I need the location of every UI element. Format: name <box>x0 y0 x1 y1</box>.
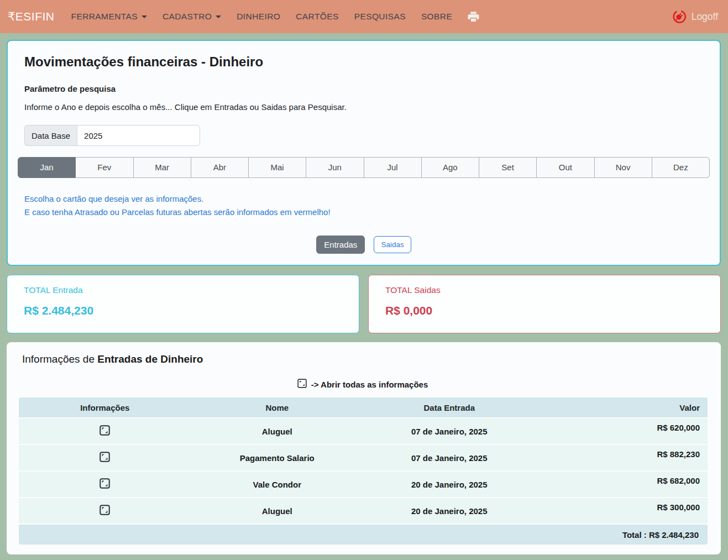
column-header-nome: Nome <box>191 397 364 418</box>
month-button-jan[interactable]: Jan <box>18 157 76 178</box>
param-subtitle: Parâmetro de pesquisa <box>24 84 710 93</box>
total-entrada-card: TOTAL Entrada R$ 2.484,230 <box>7 275 359 333</box>
nav-item-cartoes[interactable]: CARTÕES <box>296 12 338 22</box>
year-input-group: Data Base <box>24 125 200 146</box>
print-button[interactable] <box>468 11 479 23</box>
row-valor: R$ 300,000 <box>536 498 708 524</box>
row-valor: R$ 682,000 <box>536 471 708 498</box>
nav-item-cadastro[interactable]: CADASTRO <box>163 12 221 22</box>
open-info-button[interactable] <box>98 504 111 518</box>
table-row: Aluguel 20 de Janeiro, 2025 R$ 300,000 <box>19 498 708 524</box>
row-valor: R$ 620,000 <box>536 418 708 444</box>
window-icon <box>99 478 110 489</box>
entries-heading-prefix: Informações de <box>22 353 97 365</box>
total-entrada-value: R$ 2.484,230 <box>24 304 342 317</box>
column-header-data-entrada: Data Entrada <box>363 397 536 418</box>
total-entrada-label: TOTAL Entrada <box>24 285 342 295</box>
chevron-down-icon <box>142 15 147 18</box>
month-button-set[interactable]: Set <box>479 157 537 178</box>
entries-heading: Informações de Entradas de Dinheiro <box>22 353 710 365</box>
row-data-entrada: 20 de Janeiro, 2025 <box>363 471 536 498</box>
month-button-jun[interactable]: Jun <box>306 157 364 178</box>
open-info-button[interactable] <box>98 424 111 438</box>
month-button-jul[interactable]: Jul <box>364 157 422 178</box>
open-all-label: -> Abrir todas as informações <box>311 380 428 389</box>
nav-item-label: SOBRE <box>421 12 452 22</box>
row-info-cell <box>19 444 191 471</box>
open-info-button[interactable] <box>98 477 111 491</box>
row-info-cell <box>19 471 191 498</box>
open-info-button[interactable] <box>98 451 111 465</box>
nav-item-label: FERRAMENTAS <box>71 12 138 22</box>
table-row: Vale Condor 20 de Janeiro, 2025 R$ 682,0… <box>19 471 708 498</box>
window-icon <box>99 505 110 515</box>
month-button-nov[interactable]: Nov <box>595 157 652 178</box>
month-button-mar[interactable]: Mar <box>134 157 191 178</box>
table-footer-row: Total : R$ 2.484,230 <box>19 524 708 545</box>
entries-heading-bold: Entradas de Dinheiro <box>97 353 203 365</box>
table-header-row: Informações Nome Data Entrada Valor <box>19 397 708 418</box>
window-icon <box>99 452 110 462</box>
nav-item-label: CADASTRO <box>163 12 212 22</box>
info-notes: Escolha o cartão que deseja ver as infor… <box>24 192 710 219</box>
chevron-down-icon <box>216 15 221 18</box>
power-plug-icon <box>672 9 687 24</box>
year-label: Data Base <box>24 125 77 146</box>
table-row: Pagamento Salario 07 de Janeiro, 2025 R$… <box>19 444 708 471</box>
total-saidas-card: TOTAL Saidas R$ 0,000 <box>368 275 721 333</box>
row-data-entrada: 07 de Janeiro, 2025 <box>363 444 536 471</box>
printer-icon <box>468 11 479 23</box>
column-header-informacoes: Informações <box>19 397 191 418</box>
open-all-window-icon[interactable] <box>297 379 307 390</box>
row-nome: Pagamento Salario <box>191 444 364 471</box>
total-saidas-label: TOTAL Saidas <box>385 285 704 295</box>
year-input[interactable] <box>77 125 200 146</box>
entries-table: Informações Nome Data Entrada Valor <box>19 397 708 545</box>
entradas-button[interactable]: Entradas <box>316 235 365 254</box>
nav-item-dinheiro[interactable]: DINHEIRO <box>237 12 280 22</box>
search-panel: Movimentações financeiras - Dinheiro Par… <box>7 40 721 266</box>
nav-item-sobre[interactable]: SOBRE <box>421 12 452 22</box>
row-valor: R$ 882,230 <box>536 444 708 471</box>
instructions-text: Informe o Ano e depois escolha o mês... … <box>24 102 710 112</box>
brand-logo[interactable]: ₹ESIFIN <box>8 10 55 23</box>
table-row: Aluguel 07 de Janeiro, 2025 R$ 620,000 <box>19 418 708 444</box>
month-selector: Jan Fev Mar Abr Mai Jun Jul Ago Set Out … <box>18 157 710 178</box>
page-content: Movimentações financeiras - Dinheiro Par… <box>0 33 728 554</box>
action-buttons: Entradas Saidas <box>18 235 710 254</box>
nav-item-ferramentas[interactable]: FERRAMENTAS <box>71 12 147 22</box>
nav-item-label: DINHEIRO <box>237 12 280 22</box>
month-button-dez[interactable]: Dez <box>652 157 710 178</box>
entries-section: Informações de Entradas de Dinheiro -> A… <box>7 342 721 554</box>
month-button-abr[interactable]: Abr <box>191 157 249 178</box>
totals-row: TOTAL Entrada R$ 2.484,230 TOTAL Saidas … <box>7 275 721 333</box>
nav-item-label: PESQUISAS <box>354 12 406 22</box>
month-button-ago[interactable]: Ago <box>422 157 479 178</box>
note-line-2: E caso tenha Atrasado ou Parcelas futura… <box>24 206 710 219</box>
navbar: ₹ESIFIN FERRAMENTAS CADASTRO DINHEIRO CA… <box>0 0 728 33</box>
logoff-label: Logoff <box>692 11 718 23</box>
logoff-button[interactable]: Logoff <box>672 9 718 24</box>
month-button-fev[interactable]: Fev <box>76 157 133 178</box>
window-icon <box>99 425 110 436</box>
table-total: Total : R$ 2.484,230 <box>19 524 708 545</box>
month-button-mai[interactable]: Mai <box>249 157 306 178</box>
nav-item-pesquisas[interactable]: PESQUISAS <box>354 12 406 22</box>
total-saidas-value: R$ 0,000 <box>385 304 704 317</box>
open-all-row: -> Abrir todas as informações <box>15 379 710 390</box>
row-info-cell <box>19 498 191 524</box>
month-button-out[interactable]: Out <box>537 157 594 178</box>
row-nome: Aluguel <box>191 498 364 524</box>
page-title: Movimentações financeiras - Dinheiro <box>24 54 710 70</box>
saidas-button[interactable]: Saidas <box>374 236 411 253</box>
nav-item-label: CARTÕES <box>296 12 338 22</box>
nav-menu: FERRAMENTAS CADASTRO DINHEIRO CARTÕES PE… <box>71 12 453 22</box>
row-data-entrada: 20 de Janeiro, 2025 <box>363 498 536 524</box>
row-data-entrada: 07 de Janeiro, 2025 <box>363 418 536 444</box>
row-info-cell <box>19 418 191 444</box>
column-header-valor: Valor <box>536 397 708 418</box>
row-nome: Vale Condor <box>191 471 364 498</box>
row-nome: Aluguel <box>191 418 364 444</box>
note-line-1: Escolha o cartão que deseja ver as infor… <box>24 192 710 206</box>
